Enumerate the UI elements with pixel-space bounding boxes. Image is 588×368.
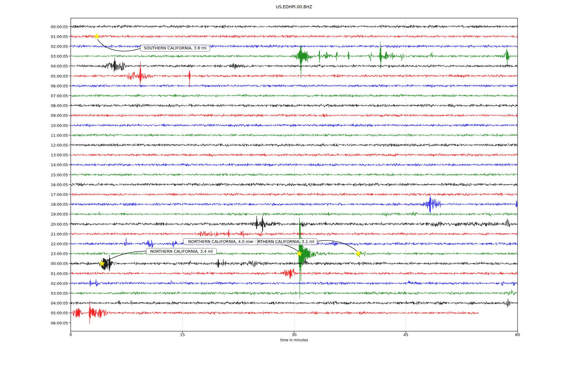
ytick-label: 00:00:05 <box>47 24 68 29</box>
ytick-label: 01:00:05 <box>47 271 68 276</box>
trace-row-13 <box>71 153 518 157</box>
x-axis-title: time in minutes <box>71 338 518 342</box>
ytick-label: 01:00:05 <box>47 34 68 39</box>
xtick-label: 15 <box>180 332 185 337</box>
ytick-label: 18:00:05 <box>47 202 68 207</box>
plot-area <box>0 0 588 368</box>
ytick-label: 17:00:05 <box>47 192 68 197</box>
xtick-label: 30 <box>292 332 297 337</box>
xtick-label: 45 <box>403 332 408 337</box>
event-label: NORTHERN CALIFORNIA, 4.0 mw <box>183 238 258 245</box>
trace-row-25 <box>71 269 518 279</box>
ytick-label: 00:00:05 <box>47 261 68 266</box>
ytick-label: 16:00:05 <box>47 182 68 187</box>
ytick-label: 05:00:05 <box>47 311 68 315</box>
seismogram-figure: US.EDHPI.00.BHZ time in minutes SOUTHERN… <box>0 0 588 368</box>
ytick-label: 19:00:05 <box>47 212 68 217</box>
ytick-label: 22:00:05 <box>47 241 68 246</box>
ytick-label: 02:00:05 <box>47 281 68 286</box>
ytick-label: 23:00:05 <box>47 251 68 256</box>
ytick-label: 03:00:05 <box>47 291 68 295</box>
trace-row-17 <box>71 193 518 196</box>
ytick-label: 05:00:05 <box>47 74 68 78</box>
page-title: US.EDHPI.00.BHZ <box>0 4 588 9</box>
trace-row-28 <box>71 299 518 307</box>
ytick-label: 06:00:05 <box>47 83 68 88</box>
xtick-label: 60 <box>515 332 520 337</box>
ytick-label: 21:00:05 <box>47 232 68 236</box>
ytick-label: 04:00:05 <box>47 301 68 305</box>
ytick-label: 11:00:05 <box>47 133 68 137</box>
event-star-icon <box>94 33 100 39</box>
ytick-label: 14:00:05 <box>47 163 68 167</box>
event-label: NORTHERN CALIFORNIA, 3.1 ml <box>249 238 317 245</box>
ytick-label: 07:00:05 <box>47 93 68 98</box>
ytick-label: 13:00:05 <box>47 153 68 157</box>
ytick-label: 03:00:05 <box>47 54 68 59</box>
ytick-label: 04:00:05 <box>47 64 68 68</box>
trace-row-0 <box>71 25 518 28</box>
ytick-label: 15:00:05 <box>47 172 68 177</box>
ytick-label: 20:00:05 <box>47 222 68 226</box>
event-label: SOUTHERN CALIFORNIA, 3.6 ml <box>140 45 210 52</box>
ytick-label: 02:00:05 <box>47 44 68 48</box>
ytick-label: 09:00:05 <box>47 113 68 118</box>
ytick-label: 08:00:05 <box>47 103 68 108</box>
ytick-label: 06:00:05 <box>47 320 68 325</box>
event-label: NORTHERN CALIFORNIA, 3.4 ml <box>146 248 217 255</box>
xtick-label: 0 <box>70 332 72 337</box>
ytick-label: 10:00:05 <box>47 123 68 128</box>
trace-row-23 <box>71 218 518 298</box>
ytick-label: 12:00:05 <box>47 143 68 147</box>
trace-row-2 <box>71 45 518 48</box>
